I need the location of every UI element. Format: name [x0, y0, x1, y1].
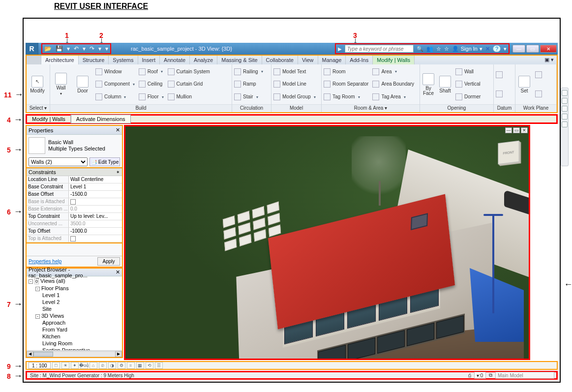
view-scale[interactable]: 1 : 100	[29, 362, 51, 369]
ceiling-button[interactable]: Ceiling	[139, 81, 164, 88]
column-button[interactable]: Column	[95, 93, 135, 100]
property-row[interactable]: Top Offset-1000.0	[27, 228, 122, 235]
ribbon-tab-systems[interactable]: Systems	[109, 56, 138, 64]
search-input[interactable]	[345, 45, 414, 53]
tree-floor-plans[interactable]: Floor Plans	[41, 285, 69, 291]
qat-dropdown-icon[interactable]: ▾	[67, 45, 70, 52]
curtain-system-button[interactable]: Curtain System	[168, 68, 210, 75]
view-cube[interactable]: FRONT	[498, 141, 519, 165]
tree-item[interactable]: Kitchen	[42, 333, 121, 340]
qat-undo-icon[interactable]: ↶	[74, 45, 79, 52]
view-close-icon[interactable]: ✕	[521, 127, 528, 133]
mullion-button[interactable]: Mullion	[168, 93, 210, 100]
collapse-icon[interactable]: ✶	[116, 170, 120, 175]
expand-toggle[interactable]: -	[35, 314, 40, 319]
view-control-button[interactable]: ⟲	[146, 362, 153, 369]
property-row[interactable]: Base Offset-1500.0	[27, 191, 122, 198]
wall-button[interactable]: Wall▾	[50, 64, 72, 104]
drawing-area[interactable]: — ▭ ✕ FRONT	[124, 125, 530, 360]
scroll-left-icon[interactable]: ◀	[27, 351, 33, 357]
ribbon-tab-analyze[interactable]: Analyze	[190, 56, 217, 64]
dormer-button[interactable]: Dormer	[455, 93, 481, 100]
view-minimize-icon[interactable]: —	[505, 127, 512, 133]
property-row[interactable]: Top ConstraintUp to level: Lev...	[27, 213, 122, 220]
panel-room-area-label[interactable]: Room & Area ▾	[322, 104, 420, 112]
tag-room-button[interactable]: Tag Room	[324, 93, 368, 100]
steering-wheel-icon[interactable]	[562, 90, 568, 96]
close-icon[interactable]: ✕	[116, 127, 120, 133]
view-control-button[interactable]: ☀	[61, 362, 69, 369]
set-button[interactable]: Set	[515, 64, 533, 104]
pan-icon[interactable]	[562, 98, 568, 104]
close-icon[interactable]: ✕	[116, 269, 120, 275]
property-value[interactable]: 3500.0	[69, 220, 122, 227]
modify-button[interactable]: ↖ Modify	[27, 64, 48, 104]
scroll-track[interactable]	[33, 351, 115, 357]
datum-level-button[interactable]	[496, 90, 503, 97]
application-menu-button[interactable]: R	[26, 43, 38, 55]
model-group-button[interactable]: Model Group	[273, 93, 316, 100]
view-control-button[interactable]: ⌂	[90, 362, 97, 369]
zoom-icon[interactable]	[562, 106, 568, 112]
window-button[interactable]: Window	[95, 68, 135, 75]
ramp-button[interactable]: Ramp	[234, 81, 263, 88]
apply-button[interactable]: Apply	[97, 257, 120, 266]
wall-opening-button[interactable]: Wall	[455, 68, 481, 75]
roof-button[interactable]: Roof	[139, 68, 164, 75]
tree-item[interactable]: Living Room	[42, 340, 121, 347]
property-value[interactable]: Up to level: Lev...	[69, 213, 122, 220]
tree-item[interactable]: Section Perspective	[42, 347, 121, 350]
expand-toggle[interactable]: -	[29, 279, 33, 284]
ribbon-tab-insert[interactable]: Insert	[138, 56, 160, 64]
shaft-button[interactable]: Shaft	[437, 64, 453, 104]
ribbon-tab-structure[interactable]: Structure	[79, 56, 109, 64]
ribbon-tab-massing-site[interactable]: Massing & Site	[217, 56, 262, 64]
minimize-button[interactable]: —	[512, 45, 525, 53]
expand-toggle[interactable]: -	[35, 287, 40, 291]
infocenter-expand-icon[interactable]: ▶	[338, 46, 342, 52]
door-button[interactable]: Door	[72, 64, 93, 104]
maximize-button[interactable]: ▭	[526, 45, 539, 53]
railing-button[interactable]: Railing	[234, 68, 263, 75]
property-row[interactable]: Base Extension ...0.0	[27, 206, 122, 213]
help-button[interactable]: ?	[493, 45, 501, 52]
property-row[interactable]: Base is Attached	[27, 198, 122, 206]
ribbon-tab-view[interactable]: View	[298, 56, 318, 64]
instance-filter-select[interactable]: Walls (2)	[29, 157, 88, 166]
property-value[interactable]: -1500.0	[69, 191, 122, 198]
type-selector[interactable]: Basic Wall Multiple Types Selected	[27, 135, 122, 156]
press-drag-icon[interactable]: ⎙	[468, 373, 471, 378]
area-button[interactable]: Area	[372, 68, 414, 75]
curtain-grid-button[interactable]: Curtain Grid	[168, 81, 210, 88]
view-control-button[interactable]: ▦	[136, 362, 144, 369]
category-constraints[interactable]: Constraints✶	[27, 168, 122, 176]
component-button[interactable]: Component	[95, 81, 135, 88]
ribbon-tab-addins[interactable]: Add-Ins	[346, 56, 373, 64]
stair-button[interactable]: Stair	[234, 93, 263, 100]
project-browser-header[interactable]: Project Browser - rac_basic_sample_pro..…	[27, 269, 122, 276]
tree-item[interactable]: Level 2	[42, 299, 121, 305]
ribbon-tab-collaborate[interactable]: Collaborate	[262, 56, 298, 64]
exchange-apps-icon[interactable]: ✕	[485, 46, 490, 52]
qat-open-icon[interactable]: 📂	[44, 45, 52, 52]
room-separator-button[interactable]: Room Separator	[324, 81, 368, 88]
close-button[interactable]: ✕	[540, 45, 557, 53]
by-face-button[interactable]: By Face	[420, 64, 437, 104]
lookaround-icon[interactable]	[562, 121, 568, 127]
properties-header[interactable]: Properties ✕	[27, 126, 122, 135]
property-value[interactable]	[69, 198, 122, 205]
view-control-button[interactable]: ⌗	[127, 362, 135, 369]
orbit-icon[interactable]	[562, 114, 568, 120]
show-plane-button[interactable]	[535, 71, 542, 78]
property-value[interactable]	[69, 235, 122, 242]
scroll-right-icon[interactable]: ▶	[115, 351, 122, 357]
property-value[interactable]: 0.0	[69, 206, 122, 212]
ribbon-minimize-icon[interactable]: ▣ ▾	[542, 56, 557, 64]
view-control-button[interactable]: ☰	[155, 362, 163, 369]
property-row[interactable]: Base ConstraintLevel 1	[27, 183, 122, 191]
edit-type-button[interactable]: 📑Edit Type	[90, 157, 120, 166]
area-boundary-button[interactable]: Area Boundary	[372, 81, 414, 88]
help-dropdown-icon[interactable]: ▾	[504, 46, 507, 52]
workset-display[interactable]: Main Model	[495, 372, 554, 379]
tree-item[interactable]: Site	[42, 305, 121, 312]
